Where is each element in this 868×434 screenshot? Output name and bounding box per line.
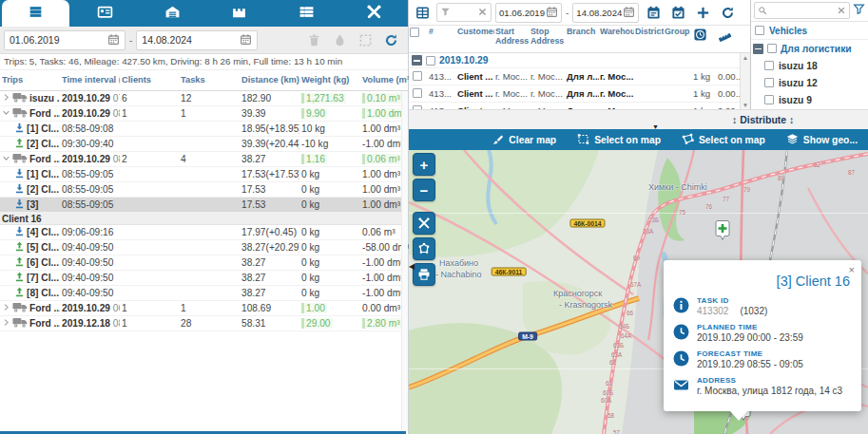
vehicle-group-row[interactable]: Для логистики [751, 40, 868, 57]
vehicle-checkbox[interactable] [764, 61, 774, 70]
column-header[interactable]: Start Address [494, 28, 530, 46]
task-row[interactable]: [2] Cl...09:30-09:4039.39(+20.44)-10 kg-… [0, 137, 408, 152]
column-header[interactable]: # [428, 28, 456, 37]
orders-date-to-input[interactable]: 14.08.2024 [572, 3, 639, 23]
column-header[interactable]: Volume (m³) [360, 76, 409, 85]
selection-square-icon[interactable] [358, 33, 373, 47]
zoom-in-button[interactable]: + [413, 153, 435, 176]
flame-icon[interactable] [333, 33, 347, 47]
calendar-icon[interactable] [623, 6, 635, 20]
polygon-select-button[interactable] [413, 237, 435, 260]
trip-row[interactable]: Ford ...2019.12.18 08...12858.3129.002.8… [0, 316, 408, 331]
map-tools-button[interactable] [413, 212, 435, 235]
distribute-label[interactable]: ↕ Distribute ↕ [732, 114, 794, 125]
column-header[interactable]: District [634, 28, 664, 37]
column-header[interactable]: Distance (km) [240, 76, 299, 85]
tab-garage[interactable] [139, 0, 206, 27]
collapse-group-icon[interactable] [412, 55, 422, 66]
date-group-row[interactable]: 2019.10.29 [409, 53, 750, 68]
close-popup-icon[interactable]: × [849, 264, 855, 275]
orders-scrollbar[interactable]: ▲▼ [740, 53, 750, 109]
column-header[interactable]: Group [664, 28, 692, 37]
select-all-vehicles-checkbox[interactable] [755, 26, 764, 35]
task-row[interactable]: [1] Cl...08:55-09:0517.53(+17.53)0 kg1.0… [0, 167, 408, 182]
task-row[interactable]: [5] Cl...09:40-09:5038.27(+20.29)0 kg-58… [0, 240, 408, 255]
tab-menu[interactable] [2, 0, 69, 27]
row-checkbox[interactable] [413, 88, 422, 98]
column-header[interactable]: Weight (kg) [299, 76, 360, 85]
calendar-day-icon[interactable] [643, 3, 664, 22]
clear-map-button[interactable]: Clear map [481, 133, 567, 147]
distribute-bar[interactable]: ↕ Distribute ↕ ▼ [409, 109, 868, 129]
vehicle-row[interactable]: isuzu 18 [751, 57, 868, 74]
collapse-map-panel-icon[interactable]: ◀ [409, 262, 415, 271]
collapse-group-icon[interactable] [753, 44, 763, 54]
row-checkbox[interactable] [413, 71, 422, 81]
task-row[interactable]: [2] Cl...08:55-09:0517.530 kg1.00 dm³ [0, 182, 408, 198]
trip-row[interactable]: Ford ...2019.10.29 06...11108.691.000.00… [0, 301, 408, 316]
task-row[interactable]: [7] Cl...09:40-09:5038.270 kg-1.00 dm³ [0, 271, 408, 286]
column-header[interactable]: Time interval (wait time) [60, 76, 120, 85]
refresh-icon[interactable] [384, 33, 398, 47]
client-group-row[interactable]: Client 16 [0, 213, 408, 225]
column-header[interactable]: Branch [566, 28, 599, 37]
trip-row[interactable]: isuzu ...2019.10.29 07...612182.901,271.… [0, 91, 408, 106]
select-on-map-button[interactable]: Select on map [671, 133, 776, 147]
refresh-orders-icon[interactable] [717, 3, 738, 22]
order-row[interactable]: 413...Client ...г. Мос...г. Мос...Для л.… [409, 85, 750, 103]
collapse-caret-icon[interactable]: ▼ [652, 123, 659, 130]
vehicle-checkbox[interactable] [764, 95, 774, 104]
task-row[interactable]: [8] Cl...09:40-09:5038.270 kg-1.00 dm³ [0, 286, 408, 301]
column-header[interactable]: Warehouse [599, 28, 634, 37]
vehicle-row[interactable]: isuzu 12 [751, 74, 868, 91]
trip-row[interactable]: Ford ...2019.10.29 08...1139.399.901.00 … [0, 106, 408, 122]
task-row[interactable]: [3]08:55-09:0517.530 kg1.00 dm³ [0, 198, 408, 213]
vehicle-filter-icon[interactable] [853, 2, 865, 19]
tab-id-card[interactable] [71, 0, 139, 27]
date-to-input[interactable]: 14.08.2024 [136, 30, 258, 50]
print-button[interactable] [413, 263, 435, 286]
clear-filter-icon[interactable] [477, 4, 488, 21]
show-geo--button[interactable]: Show geo... [776, 133, 868, 147]
column-header[interactable]: Stop Address [530, 28, 566, 46]
add-order-icon[interactable] [692, 3, 713, 22]
select-all-orders-checkbox[interactable] [410, 28, 419, 37]
order-row[interactable]: 413...Client ...г. Мос...г. Мос...Для л.… [409, 103, 750, 109]
column-header[interactable]: Trips [0, 76, 60, 85]
calendar-check-icon[interactable] [667, 3, 688, 22]
clear-search-icon[interactable] [837, 2, 846, 19]
chevron-down-icon[interactable] [2, 154, 10, 164]
date-from-input[interactable]: 01.06.2019 [4, 30, 125, 50]
calendar-icon[interactable] [107, 33, 120, 47]
chevron-right-icon[interactable] [2, 303, 10, 313]
orders-date-from-input[interactable]: 01.06.2019 [495, 3, 562, 23]
tab-factory[interactable] [205, 0, 273, 27]
trip-row[interactable]: Ford ...2019.10.29 08...2438.271.160.06 … [0, 152, 408, 167]
vehicle-checkbox[interactable] [764, 78, 774, 87]
column-header[interactable]: Clients [120, 76, 179, 85]
group-checkbox[interactable] [767, 44, 777, 53]
trips-scrollbar[interactable] [401, 91, 408, 431]
tab-checklist[interactable] [273, 0, 340, 27]
task-row[interactable]: [6] Cl...09:40-09:5038.270 kg-1.00 dm³ [0, 255, 408, 271]
vehicle-row[interactable]: isuzu 9 [751, 91, 868, 108]
table-view-icon[interactable] [412, 3, 433, 22]
task-row[interactable]: [1] Cl...08:58-09:0818.95(+18.95)10 kg1.… [0, 122, 408, 137]
map[interactable]: + − ◀ Химки - ChimkiНахабино- NachabinoК… [409, 150, 868, 434]
pickup-marker[interactable] [715, 220, 731, 245]
trash-icon[interactable] [307, 33, 321, 47]
order-row[interactable]: 413...Client ...г. Мос...г. Мос...Для л.… [409, 68, 750, 85]
group-checkbox[interactable] [426, 56, 435, 66]
chevron-right-icon[interactable] [2, 318, 10, 329]
chevron-right-icon[interactable] [2, 93, 10, 104]
tab-tools[interactable] [340, 0, 408, 27]
vehicle-search-input[interactable] [754, 2, 850, 19]
task-row[interactable]: [4] Cl...09:06-09:1617.97(+0.45)0 kg0.06… [0, 225, 408, 240]
column-header[interactable]: Customer [456, 28, 494, 37]
filter-input[interactable] [436, 3, 492, 22]
column-header[interactable]: Tasks [179, 76, 240, 85]
select-on-map-button[interactable]: Select on map [567, 133, 671, 147]
calendar-icon[interactable] [546, 6, 558, 20]
chevron-down-icon[interactable] [2, 108, 10, 119]
calendar-icon[interactable] [240, 33, 252, 47]
